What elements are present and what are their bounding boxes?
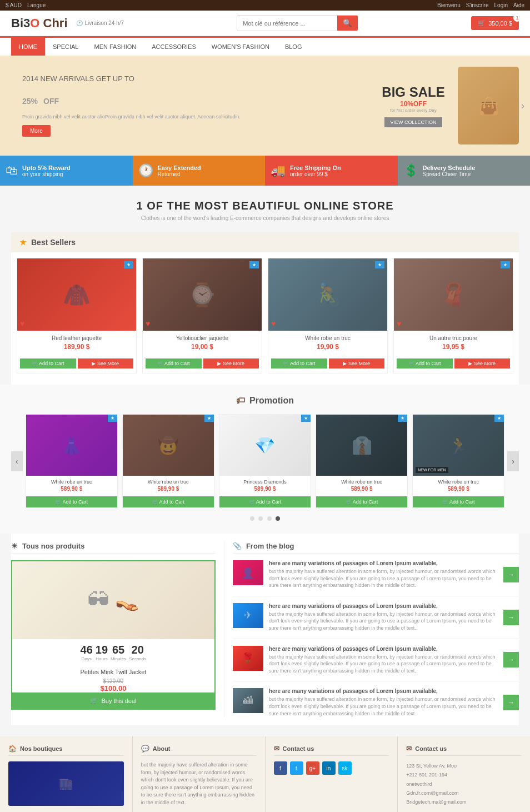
navigation: HOME SPECIAL MEN FASHION ACCESSORIES WOM… bbox=[0, 36, 530, 56]
search-button[interactable]: 🔍 bbox=[337, 16, 358, 31]
promo-badge: ★ bbox=[301, 415, 311, 422]
promo-add-cart-button[interactable]: 🛒 Add to Cart bbox=[413, 496, 504, 507]
footer-contact-address: ✉ Contact us 123 St, Yellow Av, Moo +212… bbox=[398, 736, 530, 812]
best-sellers-title: Best Sellers bbox=[31, 238, 76, 247]
language-selector[interactable]: Langue bbox=[27, 2, 46, 8]
cart-icon: 🛒 bbox=[90, 697, 98, 704]
product-heart-icon[interactable]: ♥ bbox=[271, 319, 276, 328]
clock-icon: 🕐 bbox=[76, 20, 83, 26]
buy-deal-button[interactable]: 🛒 Buy this deal bbox=[12, 693, 214, 709]
product-price: 19,95 $ bbox=[398, 343, 508, 351]
product-actions: 🛒 Add to Cart ▶ See More bbox=[394, 358, 513, 373]
twitter-icon[interactable]: t bbox=[290, 761, 303, 775]
hero-next-arrow[interactable]: › bbox=[521, 100, 524, 112]
social-icons: f t g+ in sk bbox=[274, 761, 389, 775]
timer-hours-label: Hours bbox=[96, 656, 108, 661]
blog-read-more-button[interactable]: → bbox=[503, 610, 519, 625]
blog-content: here are many variations of passages of … bbox=[269, 646, 498, 675]
blog-title: here are many variations of passages of … bbox=[269, 646, 498, 652]
promo-add-cart-button[interactable]: 🛒 Add to Cart bbox=[123, 496, 214, 507]
feature-delivery: 💲 Delivery ScheduleSpread Cheer Time bbox=[398, 156, 531, 186]
add-to-cart-button[interactable]: 🛒 Add to Cart bbox=[271, 358, 327, 368]
footer-contact-address-title: Contact us bbox=[415, 745, 447, 752]
currency-selector[interactable]: $ AUD bbox=[6, 2, 22, 8]
product-name: Yellotiouclier jaquette bbox=[147, 335, 257, 341]
products-grid: 🧥 ★ ♥ Red leather jaquette 189,90 $ 🛒 Ad… bbox=[11, 258, 519, 373]
blog-image: 🏙 bbox=[233, 688, 263, 713]
promo-card: ★ 👗 White robe un truc 589,90 $ 🛒 Add to… bbox=[26, 414, 118, 508]
product-actions: 🛒 Add to Cart ▶ See More bbox=[17, 358, 136, 373]
footer-contact-address-header: ✉ Contact us bbox=[406, 745, 522, 756]
search-input[interactable] bbox=[237, 17, 337, 29]
promo-badge: ★ bbox=[494, 415, 504, 422]
blog-text: but the majority have suffered alteratio… bbox=[269, 696, 498, 717]
product-heart-icon[interactable]: ♥ bbox=[146, 319, 150, 328]
see-more-button[interactable]: ▶ See More bbox=[203, 358, 259, 368]
promo-badge: ★ bbox=[398, 415, 407, 422]
timer-days-value: 46 bbox=[81, 644, 93, 656]
big-sale-sub-text: for first order every Day bbox=[374, 108, 452, 113]
nav-womens-fashion[interactable]: WOMEN'S FASHION bbox=[204, 38, 277, 56]
hero-discount-value: 25% bbox=[22, 97, 38, 106]
product-heart-icon[interactable]: ♥ bbox=[397, 319, 401, 328]
add-to-cart-button[interactable]: 🛒 Add to Cart bbox=[146, 358, 202, 368]
add-to-cart-button[interactable]: 🛒 Add to Cart bbox=[397, 358, 453, 368]
bienvenu-link[interactable]: Bienvenu bbox=[437, 2, 461, 8]
carousel-next-button[interactable]: › bbox=[507, 451, 519, 471]
view-collection-button[interactable]: VIEW COLLECTION bbox=[384, 117, 442, 127]
shipping-icon: 🚚 bbox=[271, 163, 286, 178]
nav-accessories[interactable]: ACCESSORIES bbox=[144, 38, 203, 56]
product-heart-icon[interactable]: ♥ bbox=[20, 319, 24, 328]
facebook-icon[interactable]: f bbox=[274, 761, 287, 775]
footer-contact-text: 123 St, Yellow Av, Moo +212 601-201-194 … bbox=[406, 761, 522, 806]
see-more-button[interactable]: ▶ See More bbox=[329, 358, 385, 368]
logo: Bi3O Chri bbox=[11, 16, 68, 31]
blog-content: here are many variations of passages of … bbox=[269, 603, 498, 632]
hero-more-button[interactable]: More bbox=[22, 125, 51, 137]
add-to-cart-button[interactable]: 🛒 Add to Cart bbox=[20, 358, 76, 368]
skype-icon[interactable]: sk bbox=[338, 761, 352, 775]
promo-add-cart-button[interactable]: 🛒 Add to Cart bbox=[26, 496, 117, 507]
nav-special[interactable]: SPECIAL bbox=[45, 38, 86, 56]
see-more-button[interactable]: ▶ See More bbox=[78, 358, 134, 368]
promo-card: ★ 🤠 White robe un truc 589,90 $ 🛒 Add to… bbox=[122, 414, 214, 508]
blog-read-more-button[interactable]: → bbox=[503, 567, 519, 582]
blog-content: here are many variations of passages of … bbox=[269, 688, 498, 717]
blog-text: but the majority have suffered alteratio… bbox=[269, 568, 498, 589]
promo-add-cart-button[interactable]: 🛒 Add to Cart bbox=[219, 496, 311, 507]
dot-2[interactable] bbox=[258, 516, 263, 521]
cart-button[interactable]: 🛒 350,00 $ 1 bbox=[471, 16, 519, 30]
product-image: 🧣 ★ ♥ bbox=[394, 258, 513, 331]
dot-1[interactable] bbox=[250, 516, 254, 521]
googleplus-icon[interactable]: g+ bbox=[306, 761, 319, 775]
linkedin-icon[interactable]: in bbox=[322, 761, 336, 775]
signin-link[interactable]: S'inscrire bbox=[466, 2, 489, 8]
blog-read-more-button[interactable]: → bbox=[503, 652, 519, 667]
timer-days: 46 Days bbox=[81, 644, 93, 661]
top-bar-right: Bienvenu S'inscrire Login Aide bbox=[437, 2, 524, 8]
dot-4[interactable] bbox=[276, 516, 280, 521]
nav-men-fashion[interactable]: MEN FASHION bbox=[86, 38, 144, 56]
blog-read-more-button[interactable]: → bbox=[503, 695, 519, 710]
promo-add-cart-button[interactable]: 🛒 Add to Cart bbox=[316, 496, 407, 507]
promo-image: ★ 👔 bbox=[316, 415, 407, 476]
feature-shipping-text: Free Shipping Onorder over 99 $ bbox=[290, 165, 341, 177]
from-blog-section: 📎 From the blog 👤 here are many variatio… bbox=[224, 542, 519, 717]
promo-info: White robe un truc 589,90 $ bbox=[413, 476, 504, 496]
big-sale-pct: 10%OFF bbox=[374, 100, 452, 108]
login-link[interactable]: Login bbox=[494, 2, 508, 8]
carousel-prev-button[interactable]: ‹ bbox=[11, 451, 23, 471]
dot-3[interactable] bbox=[267, 516, 272, 521]
timer-seconds: 20 Seconds bbox=[129, 644, 146, 661]
nav-blog[interactable]: BLOG bbox=[277, 38, 310, 56]
see-more-button[interactable]: ▶ See More bbox=[454, 358, 511, 368]
product-price: 19,00 $ bbox=[147, 343, 257, 351]
blog-title: here are many variations of passages of … bbox=[269, 603, 498, 609]
nav-home[interactable]: HOME bbox=[11, 38, 45, 56]
blog-image: ✈ bbox=[233, 603, 263, 628]
blog-content: here are many variations of passages of … bbox=[269, 560, 498, 589]
star-icon: ★ bbox=[19, 238, 27, 247]
help-link[interactable]: Aide bbox=[513, 2, 524, 8]
deal-timer: 46 Days 19 Hours 65 Minutes 20 Seconds bbox=[12, 639, 214, 666]
footer-contact-social: ✉ Contact us f t g+ in sk bbox=[266, 736, 398, 812]
